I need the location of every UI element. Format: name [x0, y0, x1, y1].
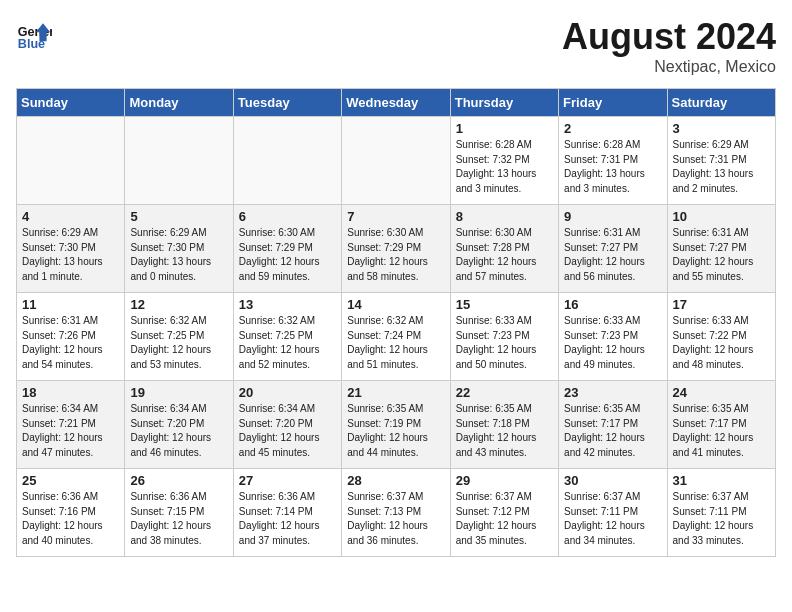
- calendar-day-1: 1Sunrise: 6:28 AM Sunset: 7:32 PM Daylig…: [450, 117, 558, 205]
- calendar-day-13: 13Sunrise: 6:32 AM Sunset: 7:25 PM Dayli…: [233, 293, 341, 381]
- day-number: 21: [347, 385, 444, 400]
- day-info: Sunrise: 6:35 AM Sunset: 7:19 PM Dayligh…: [347, 402, 444, 460]
- day-number: 30: [564, 473, 661, 488]
- day-number: 19: [130, 385, 227, 400]
- title-block: August 2024 Nextipac, Mexico: [562, 16, 776, 76]
- calendar-body: 1Sunrise: 6:28 AM Sunset: 7:32 PM Daylig…: [17, 117, 776, 557]
- logo-icon: General Blue: [16, 16, 52, 52]
- weekday-header-friday: Friday: [559, 89, 667, 117]
- calendar-day-24: 24Sunrise: 6:35 AM Sunset: 7:17 PM Dayli…: [667, 381, 775, 469]
- calendar-day-2: 2Sunrise: 6:28 AM Sunset: 7:31 PM Daylig…: [559, 117, 667, 205]
- day-number: 11: [22, 297, 119, 312]
- calendar-day-11: 11Sunrise: 6:31 AM Sunset: 7:26 PM Dayli…: [17, 293, 125, 381]
- calendar-day-23: 23Sunrise: 6:35 AM Sunset: 7:17 PM Dayli…: [559, 381, 667, 469]
- day-number: 25: [22, 473, 119, 488]
- day-number: 18: [22, 385, 119, 400]
- day-info: Sunrise: 6:35 AM Sunset: 7:17 PM Dayligh…: [564, 402, 661, 460]
- calendar-day-5: 5Sunrise: 6:29 AM Sunset: 7:30 PM Daylig…: [125, 205, 233, 293]
- calendar-week-row: 4Sunrise: 6:29 AM Sunset: 7:30 PM Daylig…: [17, 205, 776, 293]
- day-number: 7: [347, 209, 444, 224]
- day-number: 8: [456, 209, 553, 224]
- calendar-day-8: 8Sunrise: 6:30 AM Sunset: 7:28 PM Daylig…: [450, 205, 558, 293]
- calendar-day-22: 22Sunrise: 6:35 AM Sunset: 7:18 PM Dayli…: [450, 381, 558, 469]
- day-info: Sunrise: 6:29 AM Sunset: 7:30 PM Dayligh…: [22, 226, 119, 284]
- calendar-header: SundayMondayTuesdayWednesdayThursdayFrid…: [17, 89, 776, 117]
- calendar-week-row: 11Sunrise: 6:31 AM Sunset: 7:26 PM Dayli…: [17, 293, 776, 381]
- calendar-day-17: 17Sunrise: 6:33 AM Sunset: 7:22 PM Dayli…: [667, 293, 775, 381]
- day-info: Sunrise: 6:32 AM Sunset: 7:25 PM Dayligh…: [239, 314, 336, 372]
- day-number: 13: [239, 297, 336, 312]
- day-info: Sunrise: 6:33 AM Sunset: 7:22 PM Dayligh…: [673, 314, 770, 372]
- day-info: Sunrise: 6:30 AM Sunset: 7:29 PM Dayligh…: [239, 226, 336, 284]
- day-info: Sunrise: 6:28 AM Sunset: 7:32 PM Dayligh…: [456, 138, 553, 196]
- calendar-week-row: 25Sunrise: 6:36 AM Sunset: 7:16 PM Dayli…: [17, 469, 776, 557]
- calendar-day-7: 7Sunrise: 6:30 AM Sunset: 7:29 PM Daylig…: [342, 205, 450, 293]
- day-info: Sunrise: 6:34 AM Sunset: 7:21 PM Dayligh…: [22, 402, 119, 460]
- day-info: Sunrise: 6:37 AM Sunset: 7:13 PM Dayligh…: [347, 490, 444, 548]
- calendar-day-26: 26Sunrise: 6:36 AM Sunset: 7:15 PM Dayli…: [125, 469, 233, 557]
- calendar-day-14: 14Sunrise: 6:32 AM Sunset: 7:24 PM Dayli…: [342, 293, 450, 381]
- month-year: August 2024: [562, 16, 776, 58]
- day-number: 6: [239, 209, 336, 224]
- calendar-table: SundayMondayTuesdayWednesdayThursdayFrid…: [16, 88, 776, 557]
- day-info: Sunrise: 6:35 AM Sunset: 7:18 PM Dayligh…: [456, 402, 553, 460]
- day-info: Sunrise: 6:34 AM Sunset: 7:20 PM Dayligh…: [130, 402, 227, 460]
- day-info: Sunrise: 6:32 AM Sunset: 7:24 PM Dayligh…: [347, 314, 444, 372]
- weekday-row: SundayMondayTuesdayWednesdayThursdayFrid…: [17, 89, 776, 117]
- day-number: 1: [456, 121, 553, 136]
- page-header: General Blue August 2024 Nextipac, Mexic…: [16, 16, 776, 76]
- calendar-day-18: 18Sunrise: 6:34 AM Sunset: 7:21 PM Dayli…: [17, 381, 125, 469]
- day-number: 24: [673, 385, 770, 400]
- logo: General Blue: [16, 16, 52, 52]
- day-info: Sunrise: 6:29 AM Sunset: 7:30 PM Dayligh…: [130, 226, 227, 284]
- day-info: Sunrise: 6:37 AM Sunset: 7:12 PM Dayligh…: [456, 490, 553, 548]
- day-info: Sunrise: 6:36 AM Sunset: 7:16 PM Dayligh…: [22, 490, 119, 548]
- day-number: 22: [456, 385, 553, 400]
- day-info: Sunrise: 6:31 AM Sunset: 7:27 PM Dayligh…: [564, 226, 661, 284]
- day-number: 27: [239, 473, 336, 488]
- day-number: 14: [347, 297, 444, 312]
- weekday-header-sunday: Sunday: [17, 89, 125, 117]
- calendar-day-29: 29Sunrise: 6:37 AM Sunset: 7:12 PM Dayli…: [450, 469, 558, 557]
- day-number: 12: [130, 297, 227, 312]
- day-info: Sunrise: 6:29 AM Sunset: 7:31 PM Dayligh…: [673, 138, 770, 196]
- day-info: Sunrise: 6:30 AM Sunset: 7:29 PM Dayligh…: [347, 226, 444, 284]
- weekday-header-monday: Monday: [125, 89, 233, 117]
- day-number: 26: [130, 473, 227, 488]
- day-number: 3: [673, 121, 770, 136]
- day-info: Sunrise: 6:37 AM Sunset: 7:11 PM Dayligh…: [673, 490, 770, 548]
- day-number: 5: [130, 209, 227, 224]
- calendar-day-20: 20Sunrise: 6:34 AM Sunset: 7:20 PM Dayli…: [233, 381, 341, 469]
- day-info: Sunrise: 6:31 AM Sunset: 7:27 PM Dayligh…: [673, 226, 770, 284]
- day-number: 2: [564, 121, 661, 136]
- calendar-week-row: 1Sunrise: 6:28 AM Sunset: 7:32 PM Daylig…: [17, 117, 776, 205]
- day-number: 9: [564, 209, 661, 224]
- location: Nextipac, Mexico: [562, 58, 776, 76]
- day-number: 29: [456, 473, 553, 488]
- day-number: 20: [239, 385, 336, 400]
- day-number: 17: [673, 297, 770, 312]
- day-info: Sunrise: 6:33 AM Sunset: 7:23 PM Dayligh…: [564, 314, 661, 372]
- calendar-day-10: 10Sunrise: 6:31 AM Sunset: 7:27 PM Dayli…: [667, 205, 775, 293]
- day-info: Sunrise: 6:37 AM Sunset: 7:11 PM Dayligh…: [564, 490, 661, 548]
- weekday-header-saturday: Saturday: [667, 89, 775, 117]
- calendar-day-4: 4Sunrise: 6:29 AM Sunset: 7:30 PM Daylig…: [17, 205, 125, 293]
- calendar-day-3: 3Sunrise: 6:29 AM Sunset: 7:31 PM Daylig…: [667, 117, 775, 205]
- day-info: Sunrise: 6:33 AM Sunset: 7:23 PM Dayligh…: [456, 314, 553, 372]
- calendar-day-30: 30Sunrise: 6:37 AM Sunset: 7:11 PM Dayli…: [559, 469, 667, 557]
- calendar-day-21: 21Sunrise: 6:35 AM Sunset: 7:19 PM Dayli…: [342, 381, 450, 469]
- calendar-empty-cell: [17, 117, 125, 205]
- calendar-day-12: 12Sunrise: 6:32 AM Sunset: 7:25 PM Dayli…: [125, 293, 233, 381]
- day-number: 4: [22, 209, 119, 224]
- weekday-header-tuesday: Tuesday: [233, 89, 341, 117]
- day-number: 28: [347, 473, 444, 488]
- calendar-empty-cell: [125, 117, 233, 205]
- calendar-day-25: 25Sunrise: 6:36 AM Sunset: 7:16 PM Dayli…: [17, 469, 125, 557]
- day-number: 16: [564, 297, 661, 312]
- day-info: Sunrise: 6:36 AM Sunset: 7:15 PM Dayligh…: [130, 490, 227, 548]
- calendar-day-9: 9Sunrise: 6:31 AM Sunset: 7:27 PM Daylig…: [559, 205, 667, 293]
- weekday-header-thursday: Thursday: [450, 89, 558, 117]
- calendar-day-27: 27Sunrise: 6:36 AM Sunset: 7:14 PM Dayli…: [233, 469, 341, 557]
- day-info: Sunrise: 6:31 AM Sunset: 7:26 PM Dayligh…: [22, 314, 119, 372]
- calendar-day-16: 16Sunrise: 6:33 AM Sunset: 7:23 PM Dayli…: [559, 293, 667, 381]
